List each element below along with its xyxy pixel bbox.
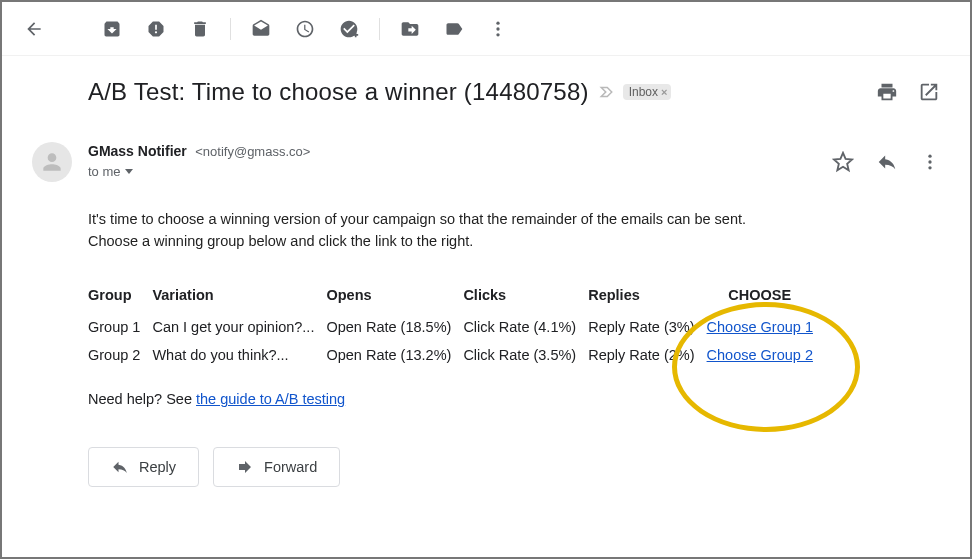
remove-label-icon[interactable]: ×	[661, 86, 667, 98]
cell-clicks: Click Rate (4.1%)	[463, 313, 588, 341]
svg-point-5	[928, 166, 931, 169]
archive-icon[interactable]	[92, 9, 132, 49]
cell-variation: What do you think?...	[152, 341, 326, 369]
cell-replies: Reply Rate (3%)	[588, 313, 706, 341]
toolbar-divider	[230, 18, 231, 40]
svg-point-2	[496, 33, 499, 36]
cell-clicks: Click Rate (3.5%)	[463, 341, 588, 369]
body-line: It's time to choose a winning version of…	[88, 208, 940, 230]
table-row: Group 2 What do you think?... Open Rate …	[88, 341, 825, 369]
table-header-row: Group Variation Opens Clicks Replies CHO…	[88, 281, 825, 313]
star-icon[interactable]	[832, 151, 854, 173]
cell-opens: Open Rate (13.2%)	[326, 341, 463, 369]
svg-point-3	[928, 155, 931, 158]
cell-group: Group 1	[88, 313, 152, 341]
labels-icon[interactable]	[434, 9, 474, 49]
toolbar	[2, 2, 970, 56]
show-details-icon[interactable]	[125, 169, 133, 174]
col-variation: Variation	[152, 281, 326, 313]
col-replies: Replies	[588, 281, 706, 313]
message-more-icon[interactable]	[920, 152, 940, 172]
cell-replies: Reply Rate (2%)	[588, 341, 706, 369]
toolbar-divider	[379, 18, 380, 40]
add-task-icon[interactable]	[329, 9, 369, 49]
to-text: to me	[88, 164, 121, 179]
sender-name: GMass Notifier	[88, 143, 187, 159]
choose-group-link[interactable]: Choose Group 2	[707, 347, 813, 363]
email-content: A/B Test: Time to choose a winner (14480…	[2, 56, 970, 487]
cell-group: Group 2	[88, 341, 152, 369]
move-to-icon[interactable]	[390, 9, 430, 49]
sender-row: GMass Notifier <notify@gmass.co> to me	[32, 142, 940, 182]
col-choose: CHOOSE	[707, 281, 825, 313]
col-opens: Opens	[326, 281, 463, 313]
avatar[interactable]	[32, 142, 72, 182]
reply-icon[interactable]	[876, 151, 898, 173]
ab-guide-link[interactable]: the guide to A/B testing	[196, 391, 345, 407]
delete-icon[interactable]	[180, 9, 220, 49]
snooze-icon[interactable]	[285, 9, 325, 49]
svg-point-4	[928, 160, 931, 163]
recipient-row[interactable]: to me	[88, 164, 832, 179]
email-subject: A/B Test: Time to choose a winner (14480…	[88, 78, 589, 106]
importance-icon[interactable]	[599, 83, 617, 101]
sender-email: <notify@gmass.co>	[195, 144, 310, 159]
open-new-icon[interactable]	[918, 81, 940, 103]
help-prefix: Need help? See	[88, 391, 196, 407]
forward-button[interactable]: Forward	[213, 447, 340, 487]
reply-label: Reply	[139, 459, 176, 475]
print-icon[interactable]	[876, 81, 898, 103]
reply-row: Reply Forward	[88, 447, 940, 487]
subject-row: A/B Test: Time to choose a winner (14480…	[88, 78, 940, 106]
table-row: Group 1 Can I get your opinion?... Open …	[88, 313, 825, 341]
cell-variation: Can I get your opinion?...	[152, 313, 326, 341]
choose-group-link[interactable]: Choose Group 1	[707, 319, 813, 335]
reply-button[interactable]: Reply	[88, 447, 199, 487]
help-line: Need help? See the guide to A/B testing	[88, 391, 940, 407]
svg-point-0	[496, 21, 499, 24]
email-body: It's time to choose a winning version of…	[88, 208, 940, 253]
label-text: Inbox	[629, 85, 658, 99]
body-line: Choose a winning group below and click t…	[88, 230, 940, 252]
more-icon[interactable]	[478, 9, 518, 49]
col-clicks: Clicks	[463, 281, 588, 313]
forward-label: Forward	[264, 459, 317, 475]
col-group: Group	[88, 281, 152, 313]
svg-point-1	[496, 27, 499, 30]
spam-icon[interactable]	[136, 9, 176, 49]
inbox-label-chip[interactable]: Inbox ×	[623, 84, 672, 100]
cell-opens: Open Rate (18.5%)	[326, 313, 463, 341]
ab-test-table: Group Variation Opens Clicks Replies CHO…	[88, 281, 825, 369]
mark-unread-icon[interactable]	[241, 9, 281, 49]
back-icon[interactable]	[14, 9, 54, 49]
